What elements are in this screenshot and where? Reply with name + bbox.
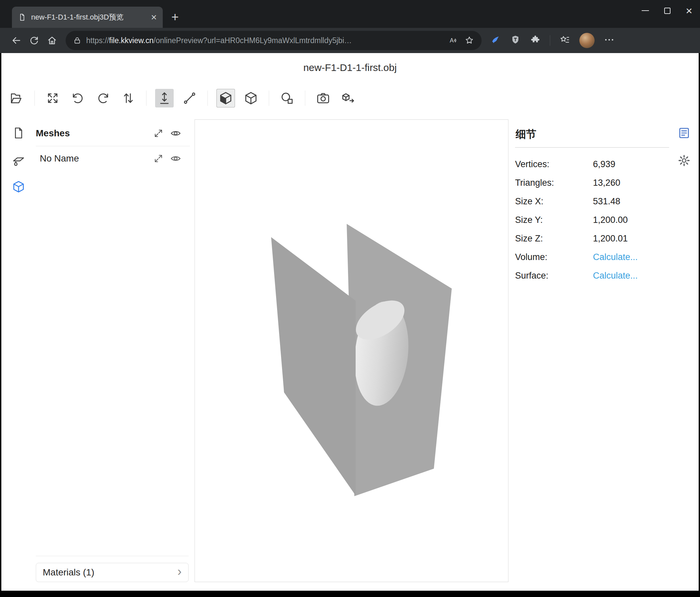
details-rows: Vertices: 6,939 Triangles: 13,260 Size X… <box>515 155 669 285</box>
new-tab-button[interactable]: + <box>171 10 179 23</box>
flip-up-direction-button[interactable] <box>119 89 138 108</box>
wireframe-view-button[interactable] <box>242 89 260 108</box>
puzzle-icon <box>530 34 541 45</box>
move-tool-button[interactable] <box>155 89 174 108</box>
solid-view-cube-icon <box>219 91 233 105</box>
translate-extension-icon <box>490 34 501 45</box>
rotate-right-button[interactable] <box>94 89 112 108</box>
favorites-bar-button[interactable] <box>559 34 570 46</box>
back-icon <box>11 35 22 46</box>
open-model-button[interactable] <box>7 89 26 108</box>
address-bar[interactable]: https://file.kkview.cn/onlinePreview?url… <box>66 31 481 50</box>
surface-calculate-link[interactable]: Calculate... <box>593 271 669 281</box>
zoom-window-icon <box>280 91 294 105</box>
meshes-panel-spacer <box>36 169 190 556</box>
files-panel-button[interactable] <box>11 125 26 141</box>
chevron-right-icon: › <box>177 565 182 578</box>
measure-tool-button[interactable] <box>180 89 199 108</box>
screenshot-button[interactable] <box>314 89 332 108</box>
detail-label: Size Z: <box>515 234 593 244</box>
tampermonkey-extension-button[interactable] <box>510 34 521 46</box>
details-header: 细节 <box>515 125 669 148</box>
detail-label: Size Y: <box>515 215 593 225</box>
svg-text:A: A <box>450 37 454 44</box>
tab-favicon-icon <box>18 13 26 22</box>
model-left-plane <box>271 237 356 496</box>
window-close-button[interactable]: × <box>678 0 700 21</box>
maximize-button[interactable] <box>656 0 678 21</box>
move-tool-icon <box>157 91 172 105</box>
extensions-puzzle-button[interactable] <box>530 34 541 46</box>
tab-close-button[interactable]: × <box>151 12 157 22</box>
eye-icon <box>170 128 181 139</box>
menu-dots-icon <box>604 34 615 45</box>
page-title: new-F1-D1-1-first.obj <box>303 62 397 73</box>
fit-mesh-button[interactable] <box>153 153 164 164</box>
volume-calculate-link[interactable]: Calculate... <box>593 252 669 262</box>
detail-label: Vertices: <box>515 159 593 169</box>
settings-panel-button[interactable] <box>676 153 692 168</box>
maximize-icon <box>664 8 671 14</box>
details-row: Size Y: 1,200.00 <box>515 211 669 229</box>
details-panel: 细节 Vertices: 6,939 Triangles: 13,260 Siz… <box>515 119 669 582</box>
read-aloud-button[interactable]: A <box>448 35 458 45</box>
detail-value: 6,939 <box>593 159 669 169</box>
toolbar-separator <box>207 91 208 106</box>
url-host: file.kkview.cn <box>109 36 153 45</box>
fit-arrows-icon <box>153 128 164 138</box>
lock-icon <box>73 36 81 45</box>
browser-tab[interactable]: new-F1-D1-1-first.obj3D预览 × <box>12 7 163 28</box>
mesh-name: No Name <box>40 153 147 164</box>
fit-view-button[interactable] <box>44 89 62 108</box>
materials-panel-button[interactable] <box>11 152 26 167</box>
fit-arrows-icon <box>153 153 164 164</box>
fit-all-meshes-button[interactable] <box>153 128 164 138</box>
browser-window: new-F1-D1-1-first.obj3D预览 × + × https://… <box>0 0 700 597</box>
url-text: https://file.kkview.cn/onlinePreview?url… <box>86 36 443 45</box>
meshes-header-divider <box>36 146 190 146</box>
details-row: Size Z: 1,200.01 <box>515 229 669 248</box>
viewport-3d[interactable] <box>195 119 508 582</box>
camera-icon <box>316 91 330 105</box>
viewer-toolbar <box>1 82 699 114</box>
toggle-mesh-visibility-button[interactable] <box>170 153 181 164</box>
mesh-list-item[interactable]: No Name <box>36 148 190 169</box>
eye-icon <box>170 153 181 164</box>
solid-view-button[interactable] <box>217 89 235 108</box>
meshes-panel-button[interactable] <box>11 179 26 194</box>
detail-label: Size X: <box>515 196 593 207</box>
details-panel-button[interactable] <box>676 125 692 141</box>
back-button[interactable] <box>7 31 25 49</box>
refresh-icon <box>29 35 40 46</box>
details-list-icon <box>677 126 691 140</box>
tampermonkey-shield-icon <box>510 34 521 45</box>
file-icon <box>11 126 26 140</box>
rotate-left-button[interactable] <box>69 89 87 108</box>
refresh-button[interactable] <box>25 31 43 49</box>
toggle-all-visibility-button[interactable] <box>170 128 181 139</box>
browser-menu-button[interactable] <box>604 34 615 46</box>
favorites-list-icon <box>559 34 570 45</box>
swap-vertical-icon <box>121 91 135 105</box>
details-row: Volume: Calculate... <box>515 248 669 266</box>
translate-extension-button[interactable] <box>490 34 501 46</box>
details-row: Size X: 531.48 <box>515 192 669 211</box>
export-model-button[interactable] <box>339 89 358 108</box>
zoom-window-button[interactable] <box>278 89 296 108</box>
favorite-star-button[interactable] <box>464 35 474 45</box>
detail-label: Surface: <box>515 271 593 281</box>
materials-label: Materials (1) <box>43 567 177 578</box>
tab-title: new-F1-D1-1-first.obj3D预览 <box>31 12 148 22</box>
navbar-divider <box>550 35 550 46</box>
detail-value: 1,200.01 <box>593 234 669 244</box>
right-panel-rail <box>669 119 699 582</box>
home-button[interactable] <box>43 31 61 49</box>
minimize-button[interactable] <box>634 0 656 21</box>
extensions-area <box>490 33 615 48</box>
profile-avatar[interactable] <box>579 33 595 48</box>
model-canvas <box>195 120 508 582</box>
materials-button[interactable]: Materials (1) › <box>36 563 189 582</box>
viewer-page: new-F1-D1-1-first.obj <box>1 53 699 591</box>
toolbar-separator <box>146 91 147 106</box>
detail-value: 531.48 <box>593 196 669 207</box>
